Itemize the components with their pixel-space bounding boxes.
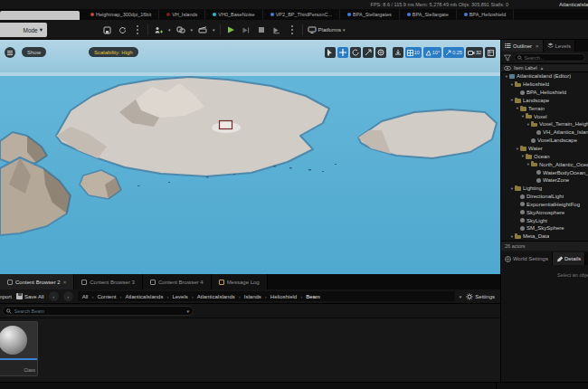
source-control-sync-icon[interactable] — [117, 24, 128, 35]
surface-snap-button[interactable] — [393, 47, 403, 58]
breadcrumb-item[interactable]: AtlanticaIslands — [197, 294, 235, 299]
tree-item-label: VoxelLandscape — [537, 138, 577, 143]
content-search-input[interactable] — [14, 308, 185, 314]
eject-skip-button[interactable] — [271, 24, 282, 35]
asset-tab[interactable]: VP2_BP_ThirdPersonC... — [267, 9, 340, 20]
outliner-tree-item[interactable]: VH_Atlantica_Islan... — [501, 128, 588, 137]
tree-item-icon — [536, 170, 541, 175]
close-icon[interactable]: × — [63, 280, 67, 285]
tree-item-label: Terrain — [528, 106, 545, 111]
viewport-options-button[interactable] — [5, 47, 15, 58]
platforms-dropdown[interactable]: Platforms ▾ — [308, 26, 346, 34]
maximize-viewport-button[interactable] — [485, 47, 496, 58]
content-search[interactable]: ▾ — [2, 306, 194, 316]
asset-tabs: Heightmap_300dpi_16bit VH_Islands VH0_Ba… — [87, 9, 514, 20]
content-browser-tab[interactable]: Content Browser 2 × — [0, 274, 74, 289]
asset-grid[interactable]: rial.. Class — [0, 318, 500, 382]
active-level-tab[interactable] — [0, 11, 80, 20]
toolbar-overflow-menu-icon[interactable] — [132, 24, 143, 35]
asset-tab[interactable]: BPA_Stellargates — [344, 9, 400, 20]
close-icon[interactable]: × — [536, 43, 539, 49]
asset-tab-label: VH0_BaseNoise — [218, 12, 254, 17]
rotate-tool-button[interactable] — [350, 47, 361, 58]
outliner-tree-item[interactable]: WaterZone — [501, 176, 588, 185]
tree-item-icon — [526, 115, 532, 119]
import-button[interactable]: Import — [0, 293, 12, 299]
outliner-tree-item[interactable]: ▾ Lighting — [501, 185, 588, 193]
save-current-level-button[interactable] — [101, 24, 112, 35]
asset-tab[interactable]: Heightmap_300dpi_16bit — [87, 9, 159, 20]
outliner-tree-item[interactable]: SM_SkySphere — [501, 224, 588, 232]
tab-levels[interactable]: Levels — [544, 40, 575, 52]
breadcrumb-item[interactable]: All — [82, 294, 89, 299]
outliner-tree-item[interactable]: ▾ Voxel — [501, 112, 588, 120]
search-options-icon[interactable]: ▾ — [186, 308, 189, 314]
show-flags-button[interactable]: Show — [22, 47, 46, 57]
outliner-tree-item[interactable]: ▾ Landscape — [501, 97, 588, 105]
breadcrumb-item[interactable]: Helioshield — [270, 294, 297, 299]
tab-world-settings[interactable]: World Settings — [501, 252, 553, 265]
blueprints-button[interactable] — [175, 24, 186, 35]
asset-tab[interactable]: VH_Islands — [163, 9, 205, 20]
path-dropdown-icon[interactable]: ▾ — [460, 294, 462, 299]
play-options-menu-icon[interactable] — [287, 24, 298, 35]
scale-snap-button[interactable]: 0.25 — [443, 47, 464, 58]
select-mode-dropdown[interactable]: Mode ▾ — [0, 23, 47, 37]
outliner-tree-item[interactable]: ▾ Helioshield — [501, 81, 588, 89]
breadcrumb-separator-icon: › — [239, 294, 241, 299]
outliner-tree-item[interactable]: ▾ AtlanticaIsland (Editor) — [501, 72, 588, 81]
item-label-header: Item Label — [514, 65, 537, 71]
outliner-column-header[interactable]: Item Label ▲ — [501, 63, 588, 72]
scale-tool-button[interactable] — [363, 47, 374, 58]
outliner-tree-item[interactable]: ▾ Voxel_Terrain_Heigh... — [501, 120, 588, 128]
scalability-button[interactable]: Scalability: High — [89, 47, 138, 57]
breadcrumb-item[interactable]: Content — [97, 294, 116, 299]
content-browser-tab[interactable]: Message Log × — [212, 274, 268, 289]
outliner-tree-item[interactable]: BPA_Helioshield — [501, 89, 588, 97]
asset-tab[interactable]: BPA_Stellargate — [403, 9, 457, 20]
forward-button[interactable]: › — [63, 291, 73, 301]
stop-button[interactable] — [256, 24, 267, 35]
back-button[interactable]: ‹ — [49, 291, 59, 301]
outliner-search[interactable] — [514, 53, 585, 62]
grid-snap-button[interactable]: 10 — [405, 47, 422, 58]
breadcrumb-item[interactable]: Beam — [306, 294, 320, 299]
asset-tab[interactable]: VH0_BaseNoise — [209, 9, 262, 20]
outliner-search-input[interactable] — [524, 55, 582, 61]
world-space-button[interactable] — [375, 47, 386, 58]
asset-card[interactable]: rial.. Class — [0, 321, 38, 376]
play-button[interactable] — [225, 24, 236, 35]
breadcrumb-item[interactable]: Levels — [172, 294, 187, 299]
outliner-tree-item[interactable]: SkyLight — [501, 216, 588, 224]
outliner-tree-item[interactable]: ExponentialHeightFog — [501, 201, 588, 209]
filter-icon[interactable] — [504, 54, 511, 62]
cinematics-button[interactable] — [197, 24, 208, 35]
outliner-tree-item[interactable]: ▾ Meta_Data — [501, 232, 588, 241]
save-all-button[interactable]: Save All — [16, 293, 44, 299]
select-tool-button[interactable] — [325, 47, 336, 58]
breadcrumb-item[interactable]: AtlanticaIslands — [125, 294, 163, 299]
tab-outliner[interactable]: Outliner × — [501, 40, 544, 52]
camera-speed-button[interactable]: 32 — [466, 47, 483, 58]
tab-details[interactable]: Details — [553, 252, 585, 265]
outliner-tree-item[interactable]: ▾ North_Atlantic_Ocea... — [501, 160, 588, 168]
level-viewport[interactable]: Show Scalability: High — [0, 40, 500, 274]
add-actor-button[interactable] — [153, 24, 164, 35]
move-tool-button[interactable] — [337, 47, 348, 58]
outliner-tree-item[interactable]: SkyAtmosphere — [501, 208, 588, 216]
outliner-tree-item[interactable]: WaterBodyOcean_... — [501, 168, 588, 176]
tree-item-icon — [536, 178, 541, 183]
content-browser-tab[interactable]: Content Browser 3 × — [74, 274, 143, 289]
outliner-tree-item[interactable]: ▾ Terrain — [501, 104, 588, 112]
frame-skip-button[interactable] — [241, 24, 251, 35]
content-browser-tab[interactable]: Content Browser 4 × — [143, 274, 212, 289]
outliner-tree-item[interactable]: ▾ Water — [501, 145, 588, 153]
outliner-tree-item[interactable]: DirectionalLight — [501, 193, 588, 201]
breadcrumb-item[interactable]: Islands — [244, 294, 261, 299]
asset-tab[interactable]: BPA_Helioshield — [460, 9, 515, 20]
rotation-snap-button[interactable]: 10° — [423, 47, 441, 58]
settings-button[interactable]: Settings — [466, 293, 495, 300]
outliner-tree-item[interactable]: VoxelLandscape — [501, 137, 588, 145]
outliner-tree-item[interactable]: ▾ Ocean — [501, 152, 588, 160]
tree-item-label: Lighting — [523, 185, 542, 191]
